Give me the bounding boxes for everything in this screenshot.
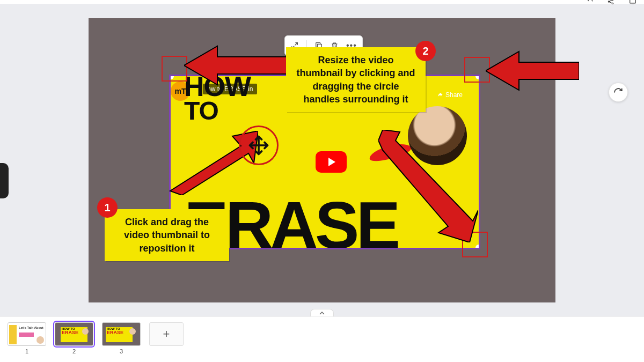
slide1-face [36,336,44,344]
slide3-erase: ERASE [107,330,131,335]
arrow-to-tl-handle [184,44,291,90]
slide-thumb-2-wrap: HOW TO ERASE 2 [55,322,93,354]
slide-thumb-1-wrap: Let's Talk About 1 [8,322,46,354]
slide1-pink [19,333,34,337]
slide-thumb-2[interactable]: HOW TO ERASE [55,322,93,346]
slide-number-3: 3 [120,348,123,354]
callout-badge-1: 1 [97,197,118,218]
slide2-face [82,328,89,335]
slide-thumb-1[interactable]: Let's Talk About [8,322,46,346]
chevron-up-icon [319,311,325,315]
add-slide-button[interactable]: + [149,322,184,346]
add-slide-wrap: + [149,322,184,346]
youtube-play-icon [316,151,347,173]
arrow-to-br-handle [378,130,478,242]
callout-box-2: Resize the video thumbnail by clicking a… [286,47,426,112]
svg-rect-3 [630,0,636,3]
refresh-icon [613,87,623,97]
highlight-box-tl [162,56,187,82]
editor-area: ••• mT ow to ERASE in HOW TO Share ERASE… [0,4,644,316]
arrow-to-tr-handle [486,50,579,94]
svg-point-1 [612,0,613,1]
side-panel-toggle[interactable] [0,163,9,198]
callout-badge-2: 2 [415,41,436,61]
slides-strip: Let's Talk About 1 HOW TO ERASE 2 HOW TO… [0,316,644,361]
svg-marker-6 [486,51,579,90]
svg-marker-5 [184,46,291,85]
slide-number-1: 1 [25,348,28,354]
slide-number-2: 2 [72,348,76,354]
svg-marker-8 [378,130,478,242]
move-cursor-highlight [239,125,279,165]
slide-thumb-3-wrap: HOW TO ERASE 3 [102,322,141,354]
move-icon [247,134,270,157]
page-panel-toggle[interactable] [310,309,334,316]
share-arrow-icon [437,92,443,98]
slide-thumb-3[interactable]: HOW TO ERASE [102,322,141,346]
canvas-refresh-button[interactable] [609,83,628,102]
callout-box-1: Click and drag the video thumbnail to re… [105,209,229,261]
svg-point-0 [608,1,609,2]
slide3-face [129,328,136,335]
design-canvas[interactable]: ••• mT ow to ERASE in HOW TO Share ERASE… [89,18,555,302]
top-toolbar [0,0,644,4]
share-label: Share [437,91,463,99]
slide1-text: Let's Talk About [19,326,43,329]
